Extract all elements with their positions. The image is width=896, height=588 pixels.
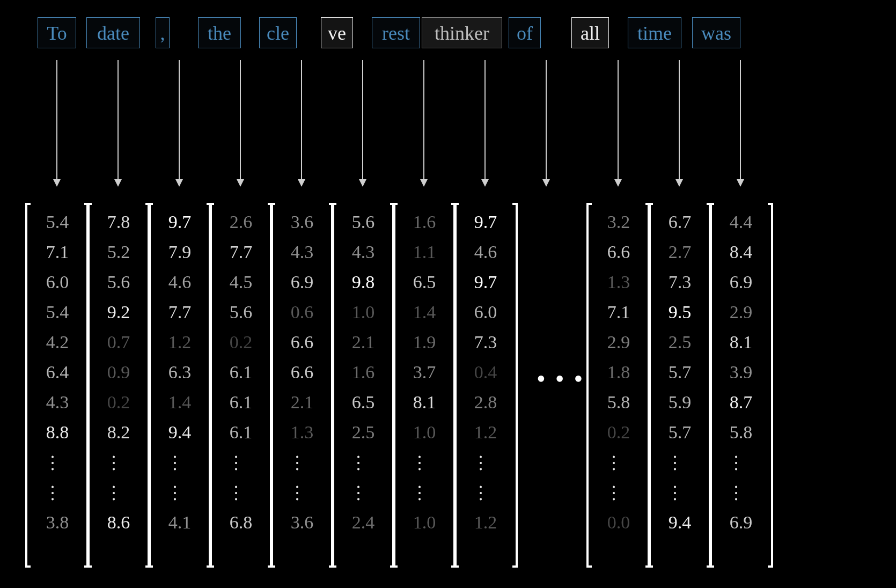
vector-value: 5.2 bbox=[94, 237, 143, 267]
vector-value: 8.1 bbox=[716, 327, 766, 357]
vector-col-2: 9.77.94.67.71.26.31.49.4……4.1 bbox=[155, 203, 204, 568]
bracket-left-icon bbox=[86, 203, 92, 568]
vertical-ellipsis-icon: … bbox=[216, 447, 266, 477]
vector-value: 2.7 bbox=[655, 237, 704, 267]
vector-value: 2.9 bbox=[716, 297, 766, 327]
vertical-ellipsis-icon: … bbox=[400, 477, 449, 508]
vector-value: 2.8 bbox=[461, 387, 510, 417]
arrow-7 bbox=[484, 60, 486, 186]
vector-value: 3.6 bbox=[277, 508, 327, 538]
vector-value: 8.1 bbox=[400, 387, 449, 417]
vector-value: 3.8 bbox=[33, 508, 82, 538]
vector-value: 6.6 bbox=[594, 237, 643, 267]
bracket-right-icon bbox=[768, 203, 773, 568]
bracket-left-icon bbox=[25, 203, 31, 568]
vector-values: 7.85.25.69.20.70.90.28.2……8.6 bbox=[94, 207, 143, 538]
vertical-ellipsis-icon: … bbox=[461, 477, 510, 508]
arrow-11 bbox=[740, 60, 741, 186]
vertical-ellipsis-icon: … bbox=[594, 477, 643, 508]
vector-value: 1.4 bbox=[400, 297, 449, 327]
vector-value: 9.4 bbox=[655, 508, 704, 538]
vector-value: 6.9 bbox=[716, 508, 766, 538]
vector-value: 5.6 bbox=[216, 297, 266, 327]
token-11: was bbox=[692, 17, 740, 48]
token-10: time bbox=[628, 17, 681, 48]
arrow-3 bbox=[240, 60, 241, 186]
vector-value: 5.8 bbox=[594, 387, 643, 417]
vector-value: 8.6 bbox=[94, 508, 143, 538]
vector-value: 4.6 bbox=[155, 267, 204, 297]
vector-col-10: 6.72.77.39.52.55.75.95.7……9.4 bbox=[655, 203, 704, 568]
vector-values: 9.77.94.67.71.26.31.49.4……4.1 bbox=[155, 207, 204, 538]
bracket-left-icon bbox=[392, 203, 398, 568]
vertical-ellipsis-icon: … bbox=[461, 447, 510, 477]
vector-value: 2.4 bbox=[339, 508, 388, 538]
vector-values: 5.47.16.05.44.26.44.38.8……3.8 bbox=[33, 207, 82, 538]
arrow-9 bbox=[618, 60, 619, 186]
vector-values: 2.67.74.55.60.26.16.16.1……6.8 bbox=[216, 207, 266, 538]
vector-value: 4.6 bbox=[461, 237, 510, 267]
arrow-0 bbox=[56, 60, 57, 186]
vector-value: 1.6 bbox=[339, 357, 388, 387]
vector-value: 2.1 bbox=[277, 387, 327, 417]
bracket-left-icon bbox=[648, 203, 653, 568]
bracket-left-icon bbox=[331, 203, 336, 568]
token-0: To bbox=[38, 17, 76, 48]
bracket-left-icon bbox=[209, 203, 214, 568]
arrow-5 bbox=[362, 60, 363, 186]
vector-value: 8.7 bbox=[716, 387, 766, 417]
vector-value: 6.5 bbox=[400, 267, 449, 297]
vector-value: 5.4 bbox=[33, 297, 82, 327]
vertical-ellipsis-icon: … bbox=[33, 477, 82, 508]
vector-value: 0.7 bbox=[94, 327, 143, 357]
vector-value: 6.1 bbox=[216, 357, 266, 387]
vector-value: 7.9 bbox=[155, 237, 204, 267]
vector-value: 1.0 bbox=[400, 417, 449, 447]
vector-value: 2.1 bbox=[339, 327, 388, 357]
token-5: ve bbox=[321, 17, 353, 48]
vector-value: 3.9 bbox=[716, 357, 766, 387]
vector-value: 8.4 bbox=[716, 237, 766, 267]
vector-value: 9.5 bbox=[655, 297, 704, 327]
vector-value: 2.6 bbox=[216, 207, 266, 237]
vector-value: 0.4 bbox=[461, 357, 510, 387]
vector-value: 4.3 bbox=[277, 237, 327, 267]
vector-value: 2.5 bbox=[655, 327, 704, 357]
vector-value: 8.2 bbox=[94, 417, 143, 447]
vector-value: 9.7 bbox=[461, 267, 510, 297]
vector-value: 5.4 bbox=[33, 207, 82, 237]
vector-value: 4.3 bbox=[33, 387, 82, 417]
token-3: the bbox=[198, 17, 241, 48]
arrow-2 bbox=[179, 60, 180, 186]
vector-value: 0.6 bbox=[277, 297, 327, 327]
tokens-row: Todate,thecleverestthinkerofalltimewas bbox=[0, 17, 896, 57]
vertical-ellipsis-icon: … bbox=[216, 477, 266, 508]
bracket-left-icon bbox=[709, 203, 714, 568]
vertical-ellipsis-icon: … bbox=[33, 447, 82, 477]
vector-value: 0.2 bbox=[216, 327, 266, 357]
vector-values: 1.61.16.51.41.93.78.11.0……1.0 bbox=[400, 207, 449, 538]
vector-value: 0.0 bbox=[594, 508, 643, 538]
vector-value: 0.2 bbox=[94, 387, 143, 417]
vector-value: 7.1 bbox=[33, 237, 82, 267]
token-9: all bbox=[571, 17, 609, 48]
vector-value: 1.0 bbox=[339, 297, 388, 327]
bracket-left-icon bbox=[148, 203, 153, 568]
vector-col-7: 9.74.69.76.07.30.42.81.2……1.2 bbox=[461, 203, 510, 568]
vector-value: 1.8 bbox=[594, 357, 643, 387]
vector-value: 5.7 bbox=[655, 357, 704, 387]
arrow-10 bbox=[679, 60, 680, 186]
vector-value: 7.3 bbox=[461, 327, 510, 357]
vector-value: 4.1 bbox=[155, 508, 204, 538]
vector-value: 6.6 bbox=[277, 357, 327, 387]
vector-value: 5.9 bbox=[655, 387, 704, 417]
vertical-ellipsis-icon: … bbox=[655, 477, 704, 508]
vertical-ellipsis-icon: … bbox=[155, 477, 204, 508]
vector-value: 4.5 bbox=[216, 267, 266, 297]
vector-value: 6.0 bbox=[461, 297, 510, 327]
vector-value: 1.2 bbox=[155, 327, 204, 357]
vector-value: 3.2 bbox=[594, 207, 643, 237]
vector-value: 6.4 bbox=[33, 357, 82, 387]
vertical-ellipsis-icon: … bbox=[94, 447, 143, 477]
bracket-right-icon bbox=[512, 203, 518, 568]
